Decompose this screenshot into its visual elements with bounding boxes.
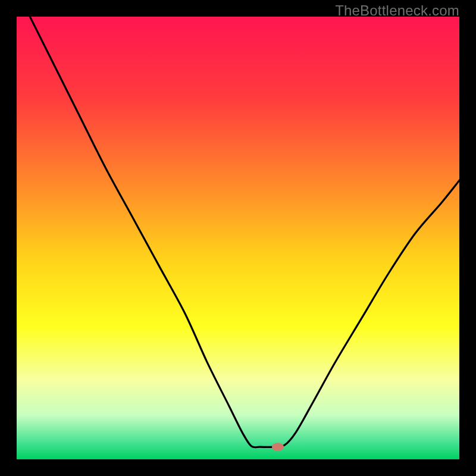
chart-background [17, 17, 459, 459]
optimal-point-marker [272, 443, 284, 451]
chart-frame [17, 17, 459, 459]
bottleneck-chart [17, 17, 459, 459]
